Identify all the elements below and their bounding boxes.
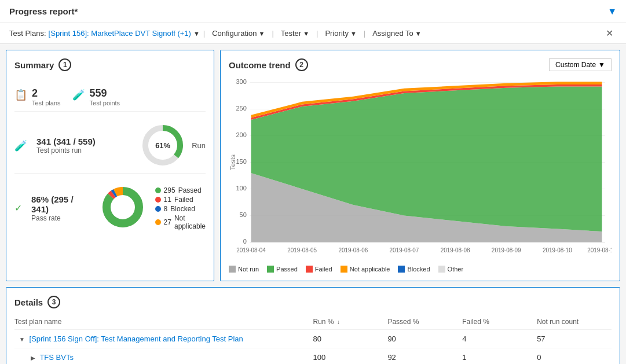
other-chart-legend: Other: [438, 266, 464, 273]
outcome-badge: 2: [295, 58, 308, 71]
filter-close-button[interactable]: ✕: [602, 27, 617, 40]
blocked-chart-label: Blocked: [407, 266, 430, 273]
row-passed-pct: 92: [387, 348, 462, 365]
filter-icon[interactable]: ▼: [607, 6, 617, 17]
custom-date-button[interactable]: Custom Date ▼: [549, 58, 612, 71]
row-name-cell[interactable]: ▼ [Sprint 156 Sign Off]: Test Management…: [14, 330, 313, 348]
not-applicable-chart-legend: Not applicable: [341, 266, 390, 273]
run-donut: 61%: [140, 122, 186, 168]
not-applicable-count: 27: [164, 218, 171, 226]
svg-text:300: 300: [236, 78, 246, 85]
checkmark-icon: ✓: [14, 203, 22, 214]
row-not-run-count: 0: [537, 348, 612, 365]
configuration-filter[interactable]: Configuration ▼: [208, 28, 268, 39]
failed-dot: [155, 197, 161, 203]
other-chart-rect: [438, 266, 445, 273]
test-plans-filter-value[interactable]: [Sprint 156]: MarketPlace DVT Signoff (+…: [49, 29, 191, 38]
test-plans-label: Test plans: [32, 100, 61, 106]
svg-text:2019-08-08: 2019-08-08: [441, 247, 470, 253]
app-header: Progress report* ▼: [0, 0, 626, 23]
svg-text:2019-08-10: 2019-08-10: [543, 247, 572, 253]
summary-card: Summary 1 📋 2 Test plans 🧪 559 Test poin: [6, 50, 214, 281]
svg-text:2019-08-05: 2019-08-05: [287, 247, 317, 253]
pass-rate-legend: 295 Passed 11 Failed 8 Blocked: [155, 186, 206, 230]
blocked-chart-rect: [398, 266, 405, 273]
priority-chevron: ▼: [350, 30, 357, 37]
tester-chevron: ▼: [303, 30, 309, 37]
main-content: Summary 1 📋 2 Test plans 🧪 559 Test poin: [0, 44, 626, 364]
test-points-label: Test points: [90, 100, 120, 106]
run-label: Run: [192, 141, 206, 150]
col-run-pct[interactable]: Run % ↓: [313, 314, 388, 330]
passed-chart-legend: Passed: [267, 266, 298, 273]
blocked-chart-legend: Blocked: [398, 266, 430, 273]
row-failed-pct: 1: [462, 348, 537, 365]
outcome-card: Outcome trend 2 Custom Date ▼ 300 250 20…: [220, 50, 620, 281]
priority-filter[interactable]: Priority ▼: [321, 28, 360, 39]
svg-text:2019-08-07: 2019-08-07: [390, 247, 419, 253]
custom-date-chevron: ▼: [598, 61, 605, 69]
chart-legend: Not run Passed Failed Not applicable Blo…: [229, 266, 612, 273]
tester-filter[interactable]: Tester ▼: [277, 28, 313, 39]
svg-text:150: 150: [236, 158, 246, 165]
row-run-pct: 80: [313, 330, 388, 348]
assigned-to-filter[interactable]: Assigned To ▼: [369, 28, 424, 39]
expand-icon[interactable]: ▶: [31, 355, 35, 361]
row-not-run-count: 57: [537, 330, 612, 348]
svg-text:200: 200: [236, 131, 246, 138]
row-failed-pct: 4: [462, 330, 537, 348]
svg-text:2019-08-09: 2019-08-09: [492, 247, 521, 253]
configuration-filter-label: Configuration: [212, 29, 257, 38]
failed-legend-item: 11 Failed: [155, 196, 206, 204]
outcome-title: Outcome trend: [229, 60, 291, 70]
svg-text:100: 100: [236, 185, 246, 192]
test-plans-count: 2: [32, 87, 61, 100]
not-run-chart-legend: Not run: [229, 266, 259, 273]
row-name: [Sprint 156 Sign Off]: Test Management a…: [30, 334, 243, 343]
summary-header: Summary 1: [14, 58, 206, 71]
row-name: TFS BVTs: [39, 353, 74, 362]
svg-text:2019-08-06: 2019-08-06: [338, 247, 368, 253]
not-applicable-chart-label: Not applicable: [350, 266, 390, 273]
blocked-legend-item: 8 Blocked: [155, 205, 206, 213]
failed-count: 11: [164, 196, 171, 204]
outcome-chart: 300 250 200 150 100 50 0 Tests: [229, 76, 612, 262]
details-table: Test plan name Run % ↓ Passed % Failed %…: [14, 314, 612, 364]
not-applicable-legend-item: 27 Not applicable: [155, 214, 206, 230]
col-failed-pct: Failed %: [462, 314, 537, 330]
summary-bottom-row: ✓ 86% (295 / 341) Pass rate: [14, 179, 206, 237]
not-applicable-chart-rect: [341, 266, 347, 273]
details-header-row: Test plan name Run % ↓ Passed % Failed %…: [14, 314, 612, 330]
details-title: Details: [14, 297, 43, 307]
assigned-to-filter-label: Assigned To: [372, 29, 413, 38]
expand-icon[interactable]: ▼: [19, 336, 25, 343]
failed-chart-label: Failed: [315, 266, 332, 273]
passed-dot: [155, 187, 161, 193]
svg-text:2019-08-04: 2019-08-04: [236, 247, 266, 253]
test-plans-filter-label: Test Plans:: [9, 29, 46, 38]
summary-stats-row: 📋 2 Test plans 🧪 559 Test points: [14, 83, 206, 112]
svg-text:2019-08-11: 2019-08-11: [587, 247, 612, 253]
passed-chart-rect: [267, 266, 274, 273]
details-table-header: Test plan name Run % ↓ Passed % Failed %…: [14, 314, 612, 330]
test-points-icon: 🧪: [72, 89, 85, 101]
row-passed-pct: 90: [387, 330, 462, 348]
row-name-cell[interactable]: ▶ TFS BVTs: [14, 348, 313, 365]
details-badge: 3: [47, 296, 60, 308]
passed-label: Passed: [178, 186, 202, 194]
table-row: ▶ TFS BVTs 100 92 1 0: [14, 348, 612, 365]
top-row: Summary 1 📋 2 Test plans 🧪 559 Test poin: [6, 50, 620, 281]
passed-count: 295: [164, 186, 175, 194]
table-row: ▼ [Sprint 156 Sign Off]: Test Management…: [14, 330, 612, 348]
test-plans-chevron[interactable]: ▼: [193, 30, 200, 37]
svg-text:Tests: Tests: [229, 155, 236, 170]
details-table-body: ▼ [Sprint 156 Sign Off]: Test Management…: [14, 330, 612, 365]
app-title: Progress report*: [9, 6, 78, 16]
run-icon: 🧪: [14, 139, 27, 152]
details-card: Details 3 Test plan name Run % ↓ Passed …: [6, 287, 620, 364]
failed-chart-rect: [306, 266, 313, 273]
col-not-run-count: Not run count: [537, 314, 612, 330]
outcome-title-area: Outcome trend 2: [229, 58, 308, 71]
col-passed-pct: Passed %: [387, 314, 462, 330]
col-test-plan-name: Test plan name: [14, 314, 313, 330]
